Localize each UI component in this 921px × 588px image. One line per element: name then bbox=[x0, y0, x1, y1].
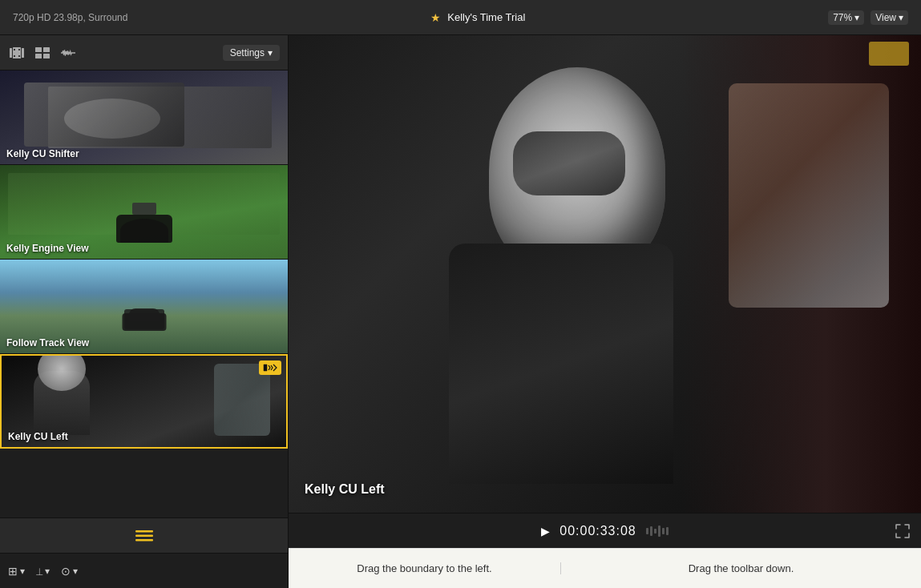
svg-rect-8 bbox=[43, 47, 50, 52]
svg-rect-13 bbox=[135, 539, 153, 542]
timecode-bars bbox=[646, 526, 669, 537]
driver-body bbox=[449, 244, 673, 484]
timecode-bar bbox=[658, 526, 660, 537]
top-bar: 720p HD 23.98p, Surround ★ Kelly's Time … bbox=[0, 0, 921, 35]
clip-list: Kelly CU Shifter Kelly Engine View bbox=[0, 70, 288, 518]
bottom-annotation: Drag the boundary to the left. Drag the … bbox=[289, 548, 921, 588]
top-bar-controls: 77% ▾ View ▾ bbox=[828, 10, 908, 25]
crop-chevron: ▾ bbox=[20, 566, 25, 577]
timecode-display: 00:00:33:08 bbox=[559, 524, 636, 538]
svg-rect-12 bbox=[135, 534, 153, 537]
svg-rect-7 bbox=[35, 47, 42, 52]
clip-item[interactable]: Kelly CU Shifter bbox=[0, 70, 288, 165]
crop-tool-button[interactable]: ⊞ ▾ bbox=[8, 565, 25, 578]
clip-label: Kelly CU Left bbox=[8, 431, 68, 442]
svg-rect-2 bbox=[22, 48, 24, 58]
car-window bbox=[729, 83, 889, 308]
zoom-button[interactable]: 77% ▾ bbox=[828, 10, 864, 25]
annotation-right-text: Drag the toolbar down. bbox=[689, 562, 794, 574]
speed-tool-button[interactable]: ⊙ ▾ bbox=[61, 565, 78, 578]
speed-icon: ⊙ bbox=[61, 565, 71, 578]
panel-bottom-controls bbox=[0, 518, 288, 553]
format-label: 720p HD 23.98p, Surround bbox=[13, 12, 127, 23]
settings-chevron-icon: ▾ bbox=[268, 47, 273, 58]
view-chevron-icon: ▾ bbox=[899, 12, 903, 23]
fullscreen-button[interactable] bbox=[894, 522, 911, 540]
main-layout: Settings ▾ Kelly CU Shifter bbox=[0, 35, 921, 588]
video-area: Kelly CU Left bbox=[289, 35, 921, 513]
project-title: Kelly's Time Trial bbox=[447, 11, 525, 23]
annotation-right: Drag the toolbar down. bbox=[561, 562, 921, 574]
clip-item[interactable]: Kelly Engine View bbox=[0, 165, 288, 260]
left-panel: Settings ▾ Kelly CU Shifter bbox=[0, 35, 289, 588]
svg-rect-6 bbox=[18, 55, 20, 57]
svg-rect-4 bbox=[18, 49, 20, 50]
bottom-toolbar-left: ⊞ ▾ ⟂ ▾ ⊙ ▾ bbox=[0, 553, 288, 588]
timecode-bar bbox=[654, 529, 656, 534]
clip-badge-icon bbox=[259, 360, 281, 375]
project-title-area: ★ Kelly's Time Trial bbox=[430, 11, 525, 24]
zoom-value: 77% bbox=[833, 12, 852, 23]
view-label: View bbox=[875, 12, 896, 23]
clip-label: Follow Track View bbox=[6, 337, 89, 348]
crop-icon: ⊞ bbox=[8, 565, 18, 578]
svg-rect-3 bbox=[14, 49, 15, 50]
trim-icon: ⟂ bbox=[36, 565, 42, 578]
waveform-icon[interactable] bbox=[59, 46, 77, 60]
svg-rect-9 bbox=[35, 54, 42, 58]
star-icon: ★ bbox=[430, 11, 441, 24]
trim-tool-button[interactable]: ⟂ ▾ bbox=[36, 565, 50, 578]
view-button[interactable]: View ▾ bbox=[871, 10, 908, 25]
svg-rect-0 bbox=[10, 48, 12, 58]
clip-label: Kelly Engine View bbox=[6, 243, 88, 254]
annotation-left-text: Drag the boundary to the left. bbox=[357, 562, 491, 574]
play-button[interactable]: ▶ bbox=[541, 525, 550, 538]
timecode-bar bbox=[666, 527, 669, 535]
filmstrip-icon[interactable] bbox=[8, 46, 26, 60]
timecode-bar bbox=[646, 528, 648, 534]
settings-label: Settings bbox=[230, 47, 265, 58]
grid-icon[interactable] bbox=[34, 46, 51, 60]
list-view-icon[interactable] bbox=[135, 530, 153, 542]
driver-visor bbox=[513, 131, 625, 195]
settings-button[interactable]: Settings ▾ bbox=[223, 45, 280, 61]
speed-chevron: ▾ bbox=[73, 566, 78, 577]
right-panel: Kelly CU Left ▶ 00:00:33:08 Dr bbox=[289, 35, 921, 588]
video-clip-label: Kelly CU Left bbox=[305, 482, 385, 497]
svg-rect-5 bbox=[14, 55, 15, 57]
timecode-bar bbox=[662, 528, 664, 534]
annotation-left: Drag the boundary to the left. bbox=[289, 562, 561, 574]
video-controls: ▶ 00:00:33:08 bbox=[289, 513, 921, 548]
svg-rect-11 bbox=[135, 530, 153, 533]
panel-toolbar: Settings ▾ bbox=[0, 35, 288, 70]
trim-chevron: ▾ bbox=[45, 566, 50, 577]
timecode-bar bbox=[650, 526, 652, 536]
corner-sign bbox=[869, 42, 909, 66]
clip-item[interactable]: Kelly CU Left bbox=[0, 354, 288, 449]
svg-rect-10 bbox=[43, 54, 50, 58]
clip-label: Kelly CU Shifter bbox=[6, 148, 79, 159]
clip-item[interactable]: Follow Track View bbox=[0, 260, 288, 354]
zoom-chevron-icon: ▾ bbox=[854, 12, 859, 23]
